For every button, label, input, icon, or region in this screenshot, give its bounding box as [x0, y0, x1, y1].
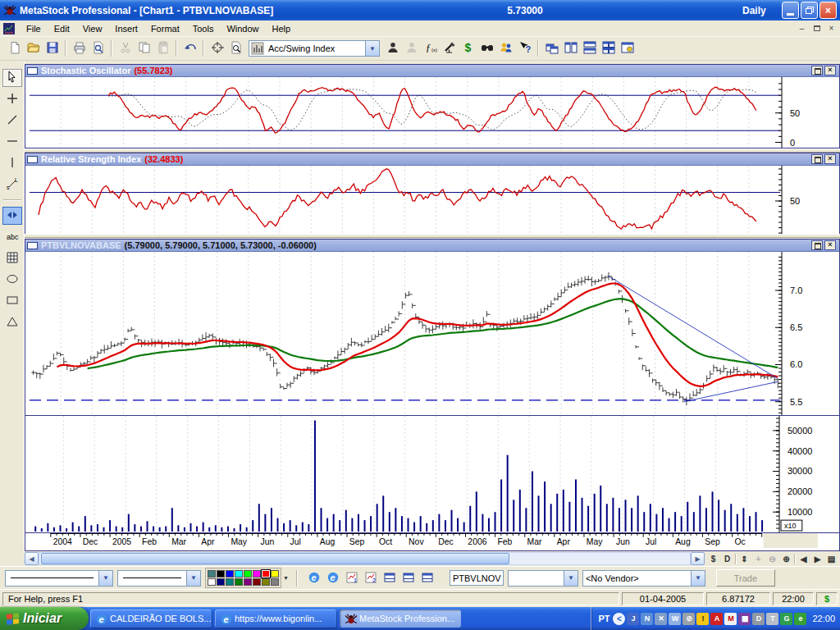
find-button[interactable] — [477, 39, 496, 57]
workspace-button[interactable] — [618, 39, 637, 57]
taskbar-task-2[interactable]: ehttps://www.bigonlin... — [215, 609, 336, 628]
price-restore-box[interactable] — [27, 242, 38, 249]
color-swatch-2[interactable] — [226, 570, 234, 578]
split-window-button-3[interactable] — [418, 569, 437, 587]
scrollbar-left-arrow[interactable]: ◀ — [25, 552, 39, 565]
ie-tray-icon[interactable]: e — [794, 613, 806, 625]
cascade-windows-button[interactable] — [542, 39, 561, 57]
browser-button-2[interactable]: e — [324, 569, 343, 587]
scroll-tool[interactable] — [2, 207, 22, 225]
color-swatch-12[interactable] — [244, 578, 252, 586]
ati-icon[interactable]: A — [710, 613, 723, 625]
copy-button[interactable] — [135, 39, 153, 57]
rsi-maximize-button[interactable] — [811, 154, 823, 164]
zoom-vertical-button[interactable]: ⇕ — [738, 553, 751, 565]
network-error-icon[interactable]: ✕ — [655, 613, 667, 625]
rectangle-tool[interactable] — [2, 292, 22, 310]
semilog-tool[interactable]: sL — [2, 176, 22, 194]
scrollbar-right-arrow[interactable]: ▶ — [691, 552, 705, 565]
horizontal-scrollbar[interactable] — [39, 552, 691, 565]
browser-button-1[interactable]: e — [305, 569, 324, 587]
stochastic-close-button[interactable]: × — [824, 66, 836, 75]
crosshair-tool[interactable] — [2, 90, 22, 108]
color-picker-arrow-icon[interactable]: ▼ — [283, 575, 289, 581]
antenna-icon[interactable]: T — [766, 613, 778, 625]
open-button[interactable] — [24, 39, 43, 57]
globe-icon[interactable]: G — [780, 613, 792, 625]
minimize-button[interactable] — [782, 2, 799, 19]
color-swatch-4[interactable] — [244, 570, 252, 578]
scroll-right-button[interactable]: ▶ — [811, 553, 824, 565]
menu-item-format[interactable]: Format — [144, 23, 186, 34]
color-swatch-7[interactable] — [271, 570, 279, 578]
rsi-restore-box[interactable] — [27, 156, 38, 163]
tile-vertical-button[interactable] — [561, 39, 580, 57]
wireless-network-icon[interactable]: W — [669, 613, 681, 625]
color-swatch-8[interactable] — [208, 578, 216, 586]
mdi-restore-button[interactable] — [810, 23, 823, 34]
color-swatch-0[interactable] — [208, 570, 216, 578]
no-connection-icon[interactable]: ⊘ — [682, 613, 695, 625]
start-button[interactable]: Iniciar — [0, 607, 89, 630]
split-window-button-1[interactable] — [381, 569, 399, 587]
price-close-button[interactable]: × — [824, 240, 836, 250]
chevron-down-icon[interactable]: ▼ — [365, 41, 379, 56]
undo-button[interactable] — [180, 39, 199, 57]
ellipse-tool[interactable] — [2, 271, 22, 289]
close-button[interactable]: × — [819, 2, 837, 19]
print-button[interactable] — [70, 39, 89, 57]
text-tool[interactable]: abc — [2, 228, 22, 246]
line-style-combo[interactable]: ▼ — [5, 570, 113, 587]
scrollbar-thumb[interactable] — [41, 553, 509, 564]
horizontal-line-tool[interactable] — [2, 133, 22, 151]
vertical-line-tool[interactable] — [2, 154, 22, 172]
color-swatch-15[interactable] — [271, 578, 279, 586]
color-swatch-5[interactable] — [253, 570, 261, 578]
menu-item-help[interactable]: Help — [266, 23, 298, 34]
rsi-close-button[interactable]: × — [824, 154, 836, 164]
chevron-down-icon[interactable]: ▼ — [564, 571, 578, 586]
mdi-minimize-button[interactable]: – — [796, 23, 808, 34]
power-icon[interactable]: ! — [696, 613, 709, 625]
color-swatch-13[interactable] — [253, 578, 261, 586]
expert-advisor-button[interactable] — [383, 39, 402, 57]
price-maximize-button[interactable] — [811, 240, 823, 250]
trendline-tool[interactable] — [2, 112, 22, 130]
tile-grid-button[interactable] — [599, 39, 618, 57]
crosshair-button[interactable] — [208, 39, 226, 57]
explorer-button[interactable] — [440, 39, 459, 57]
indicator-quicklist-combo[interactable]: Acc/Swing Index ▼ — [249, 40, 380, 57]
new-chart-button[interactable] — [5, 39, 24, 57]
indicator-builder-button[interactable]: ƒ(x) — [421, 39, 440, 57]
tile-horizontal-button[interactable] — [580, 39, 599, 57]
menu-item-view[interactable]: View — [76, 23, 109, 34]
desktop-manager-icon[interactable]: ▦ — [738, 613, 751, 625]
menu-item-file[interactable]: File — [20, 23, 48, 34]
color-picker[interactable]: ▼ — [205, 568, 289, 588]
context-help-button[interactable]: ? — [515, 39, 534, 57]
stochastic-restore-box[interactable] — [27, 67, 38, 75]
menu-item-tools[interactable]: Tools — [186, 23, 221, 34]
color-swatch-11[interactable] — [235, 578, 243, 586]
color-swatch-14[interactable] — [262, 578, 270, 586]
scroll-left-button[interactable]: ◀ — [797, 553, 810, 565]
price-panel-header[interactable]: PTBVLNOVABASE (5.79000, 5.79000, 5.71000… — [25, 240, 839, 252]
chart-layout-1-button[interactable]: 1 — [343, 569, 362, 587]
menu-item-window[interactable]: Window — [220, 23, 265, 34]
currency-toggle-button[interactable]: $ — [707, 553, 719, 565]
zoom-chart-button[interactable] — [226, 39, 245, 57]
color-swatch-1[interactable] — [217, 570, 225, 578]
rsi-panel-header[interactable]: Relative Strength Index (32.4833) × — [25, 153, 839, 166]
print-preview-button[interactable] — [89, 39, 107, 57]
color-swatch-6[interactable] — [262, 570, 270, 578]
vendor-combo[interactable]: <No Vendor> ▼ — [582, 570, 705, 587]
network-computers-icon[interactable]: N — [641, 613, 653, 625]
color-swatch-3[interactable] — [235, 570, 243, 578]
zoom-in-button[interactable]: ⊕ — [780, 553, 792, 565]
symbol-input[interactable]: PTBVLNOV — [450, 570, 504, 586]
stochastic-panel-header[interactable]: Stochastic Oscillator (55.7823) × — [25, 65, 839, 77]
chevron-down-icon[interactable]: ▼ — [98, 571, 112, 586]
color-swatch-9[interactable] — [217, 578, 225, 586]
tray-collapse-icon[interactable]: < — [613, 613, 625, 625]
language-indicator[interactable]: PT — [598, 614, 609, 623]
